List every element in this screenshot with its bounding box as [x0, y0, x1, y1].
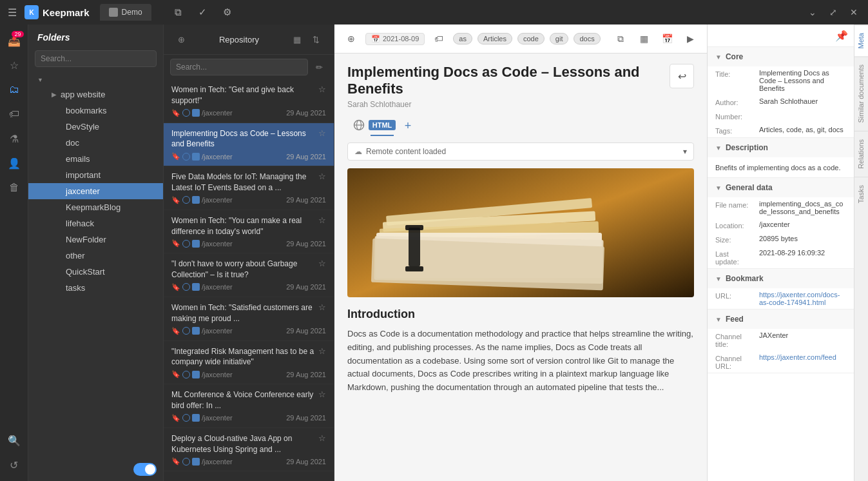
user-button[interactable]: 👤	[3, 152, 25, 174]
maximize-button[interactable]: ⤢	[824, 3, 842, 21]
repo-item-5-star[interactable]: ☆	[318, 302, 326, 312]
doc-share-button[interactable]: ↩	[670, 64, 694, 88]
meta-panel: 📌 ▼ Core Title: Implementing Docs as Cod…	[707, 25, 868, 481]
repo-search-input[interactable]	[170, 59, 308, 75]
repo-item-1[interactable]: Implementing Docs as Code – Lessons and …	[164, 123, 334, 167]
tag-chip-code[interactable]: code	[517, 33, 545, 44]
meta-bookmark-header[interactable]: ▼ Bookmark	[708, 269, 854, 288]
tag-button[interactable]: 🏷	[3, 103, 25, 125]
doc-calendar-button[interactable]: 📅	[658, 30, 676, 48]
folder-item-doc[interactable]: doc	[28, 135, 163, 151]
inbox-button[interactable]: 📥 29	[3, 30, 25, 52]
demo-tab[interactable]: Demo	[100, 4, 151, 21]
add-doc-button[interactable]: ⊕	[342, 30, 360, 48]
repo-grid-view-button[interactable]: ▦	[289, 31, 305, 48]
repo-item-0[interactable]: Women in Tech: "Get and give back suppor…	[164, 79, 334, 123]
check-toolbar-icon[interactable]: ✓	[191, 1, 215, 24]
settings-toolbar-icon[interactable]: ⚙	[216, 1, 239, 24]
repo-item-0-star[interactable]: ☆	[318, 84, 326, 94]
menu-icon[interactable]: ☰	[5, 4, 19, 21]
star-button[interactable]: ☆	[3, 54, 25, 76]
folder-item-app-website[interactable]: ▶ app website	[28, 86, 163, 103]
doc-add-view-button[interactable]: +	[399, 117, 417, 135]
repo-search-edit-button[interactable]: ✏	[311, 59, 327, 75]
bookmark-icon-0: 🔖	[171, 109, 180, 117]
folder-item-emails[interactable]: emails	[28, 151, 163, 167]
meta-general-header[interactable]: ▼ General data	[708, 178, 854, 197]
folder-item-important[interactable]: important	[28, 167, 163, 183]
doc-view-panel-button[interactable]: ▦	[635, 30, 653, 48]
folder-item-newfolder[interactable]: NewFolder	[28, 231, 163, 248]
repo-item-6-star[interactable]: ☆	[318, 346, 326, 356]
filter-button[interactable]: ⚗	[3, 128, 25, 150]
folder-button[interactable]: 🗂	[3, 79, 25, 101]
folder-root[interactable]: ▼	[28, 74, 163, 86]
repo-item-7-icons: 🔖 /jaxcenter	[171, 414, 233, 422]
bookmark-icon-3: 🔖	[171, 239, 180, 248]
meta-core-header[interactable]: ▼ Core	[708, 47, 854, 66]
doc-view-split-button[interactable]: ⧉	[612, 30, 630, 48]
repo-item-4[interactable]: "I don't have to worry about Garbage Col…	[164, 253, 334, 297]
repo-item-3-icons: 🔖 /jaxcenter	[171, 239, 233, 248]
close-button[interactable]: ✕	[845, 3, 863, 21]
folder-item-bookmarks[interactable]: bookmarks	[28, 103, 163, 119]
meta-description-header[interactable]: ▼ Description	[708, 138, 854, 157]
repo-item-1-star[interactable]: ☆	[318, 128, 326, 138]
folder-item-jaxcenter[interactable]: jaxcenter	[28, 183, 163, 199]
meta-section-description: ▼ Description Bnefits of implementing do…	[708, 138, 854, 178]
folder-item-keepmarkblog[interactable]: KeepmarkBlog	[28, 199, 163, 215]
repo-item-2-meta: 🔖 /jaxcenter 29 Aug 2021	[171, 196, 326, 204]
meta-tab-relations[interactable]: Relations	[854, 131, 868, 177]
meta-feed-header[interactable]: ▼ Feed	[708, 309, 854, 329]
repo-item-6[interactable]: "Integrated Risk Management has to be a …	[164, 341, 334, 385]
repo-item-3-star[interactable]: ☆	[318, 215, 326, 225]
folder-label-jaxcenter: jaxcenter	[66, 186, 100, 196]
core-title: Core	[726, 52, 743, 61]
refresh-button[interactable]: ↺	[3, 454, 25, 476]
doc-html-tab[interactable]: HTML	[371, 115, 394, 136]
repo-item-4-star[interactable]: ☆	[318, 259, 326, 268]
svg-rect-11	[405, 225, 423, 230]
logo-icon: K	[24, 5, 39, 19]
folder-item-devstyle[interactable]: DevStyle	[28, 119, 163, 135]
repo-item-7-date: 29 Aug 2021	[286, 414, 326, 422]
copy-toolbar-icon[interactable]: ⧉	[167, 1, 190, 24]
tag-chip-articles[interactable]: Articles	[477, 33, 512, 44]
meta-tab-tasks[interactable]: Tasks	[854, 177, 868, 211]
meta-tab-similar[interactable]: Similar documents	[854, 56, 868, 130]
repo-item-2-star[interactable]: ☆	[318, 172, 326, 181]
meta-pin-button[interactable]: 📌	[834, 28, 849, 43]
repo-item-7[interactable]: ML Conference & Voice Conference early b…	[164, 384, 334, 428]
minimize-button[interactable]: ⌄	[804, 3, 822, 21]
folder-item-lifehack[interactable]: lifehack	[28, 215, 163, 231]
meta-tab-meta[interactable]: Meta	[854, 25, 868, 56]
toggle-switch[interactable]	[133, 463, 157, 476]
repo-item-7-star[interactable]: ☆	[318, 389, 326, 399]
folder-item-tasks[interactable]: tasks	[28, 280, 163, 296]
remote-status-text: Remote content loaded	[366, 147, 446, 156]
folder-item-other[interactable]: other	[28, 248, 163, 264]
repo-item-5[interactable]: Women in Tech: "Satisfied customers are …	[164, 297, 334, 341]
bookmark-icon-1: 🔖	[171, 152, 180, 161]
tag-chip-as[interactable]: as	[453, 33, 472, 44]
folder-item-quickstart[interactable]: QuickStart	[28, 264, 163, 280]
tag-chip-git[interactable]: git	[550, 33, 569, 44]
repo-new-button[interactable]: ⊕	[173, 31, 189, 48]
meta-url-row: URL: https://jaxenter.com/docs-as-code-1…	[708, 288, 854, 309]
tag-toolbar-button[interactable]: 🏷	[430, 30, 448, 48]
doc-globe-tab[interactable]	[347, 115, 371, 136]
repo-item-3[interactable]: Women in Tech: "You can make a real diff…	[164, 210, 334, 254]
remote-expand-button[interactable]: ▾	[683, 147, 687, 156]
search-button[interactable]: 🔍	[3, 429, 25, 451]
repo-item-8[interactable]: Deploy a Cloud-native Java App on Kubern…	[164, 428, 334, 472]
bookmark-section-title: Bookmark	[726, 274, 764, 283]
tag-chip-docs[interactable]: docs	[574, 33, 600, 44]
bookmark-collapse-icon: ▼	[715, 275, 722, 282]
folders-search-input[interactable]	[35, 50, 157, 67]
trash-button[interactable]: 🗑	[3, 177, 25, 199]
repo-item-2[interactable]: Five Data Models for IoT: Managing the L…	[164, 166, 334, 210]
meta-number-value	[759, 112, 846, 121]
repo-sort-button[interactable]: ⇅	[308, 31, 325, 48]
repo-item-8-star[interactable]: ☆	[318, 433, 326, 443]
doc-next-button[interactable]: ▶	[681, 30, 699, 48]
